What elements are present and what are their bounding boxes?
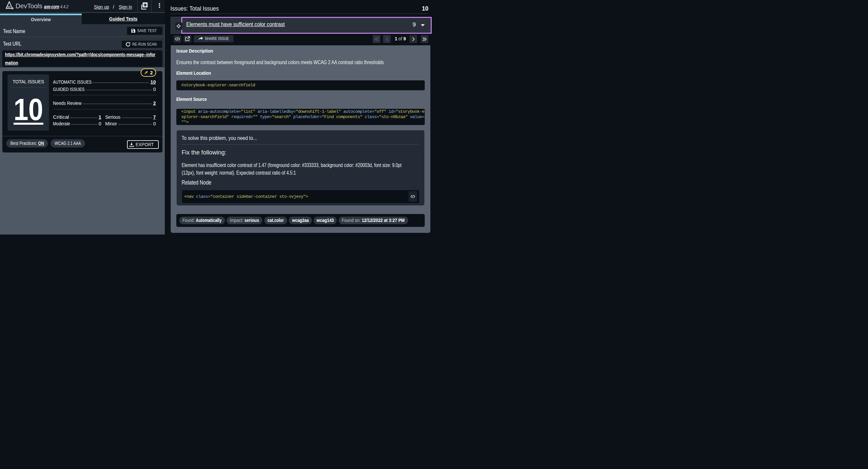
svg-text:ax: ax bbox=[8, 5, 11, 8]
